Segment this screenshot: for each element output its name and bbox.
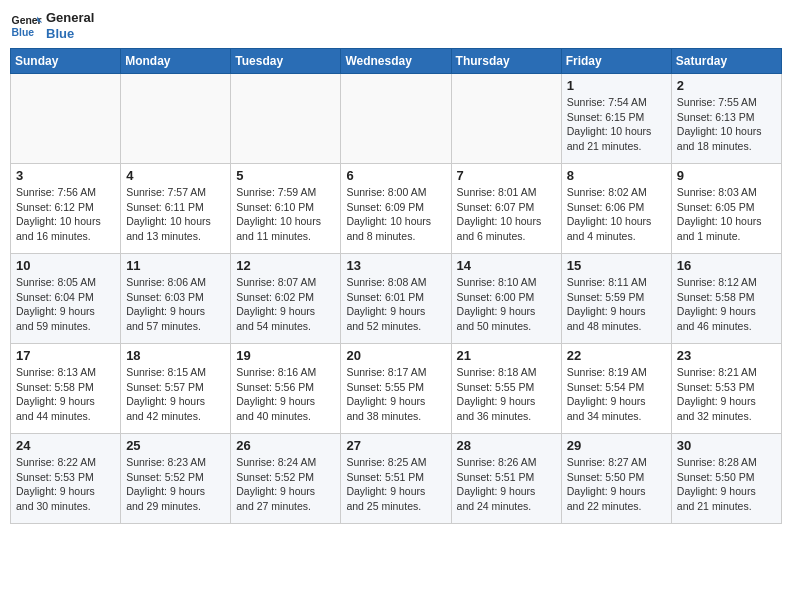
day-number: 27 — [346, 438, 445, 453]
day-info: Sunrise: 8:01 AM Sunset: 6:07 PM Dayligh… — [457, 185, 556, 244]
page-header: General Blue General Blue — [10, 10, 782, 42]
calendar-cell: 26Sunrise: 8:24 AM Sunset: 5:52 PM Dayli… — [231, 434, 341, 524]
day-info: Sunrise: 8:15 AM Sunset: 5:57 PM Dayligh… — [126, 365, 225, 424]
day-info: Sunrise: 8:19 AM Sunset: 5:54 PM Dayligh… — [567, 365, 666, 424]
day-number: 14 — [457, 258, 556, 273]
day-number: 12 — [236, 258, 335, 273]
weekday-header-thursday: Thursday — [451, 49, 561, 74]
svg-text:Blue: Blue — [12, 27, 35, 38]
day-number: 15 — [567, 258, 666, 273]
logo-line1: General — [46, 10, 94, 26]
day-info: Sunrise: 8:17 AM Sunset: 5:55 PM Dayligh… — [346, 365, 445, 424]
weekday-header-saturday: Saturday — [671, 49, 781, 74]
calendar-cell: 28Sunrise: 8:26 AM Sunset: 5:51 PM Dayli… — [451, 434, 561, 524]
calendar-cell — [121, 74, 231, 164]
day-number: 1 — [567, 78, 666, 93]
day-info: Sunrise: 8:18 AM Sunset: 5:55 PM Dayligh… — [457, 365, 556, 424]
calendar-cell: 9Sunrise: 8:03 AM Sunset: 6:05 PM Daylig… — [671, 164, 781, 254]
calendar-cell: 13Sunrise: 8:08 AM Sunset: 6:01 PM Dayli… — [341, 254, 451, 344]
day-info: Sunrise: 8:28 AM Sunset: 5:50 PM Dayligh… — [677, 455, 776, 514]
calendar-cell: 2Sunrise: 7:55 AM Sunset: 6:13 PM Daylig… — [671, 74, 781, 164]
calendar-cell: 30Sunrise: 8:28 AM Sunset: 5:50 PM Dayli… — [671, 434, 781, 524]
calendar-table: SundayMondayTuesdayWednesdayThursdayFrid… — [10, 48, 782, 524]
day-info: Sunrise: 8:24 AM Sunset: 5:52 PM Dayligh… — [236, 455, 335, 514]
calendar-cell: 18Sunrise: 8:15 AM Sunset: 5:57 PM Dayli… — [121, 344, 231, 434]
day-number: 19 — [236, 348, 335, 363]
weekday-header-friday: Friday — [561, 49, 671, 74]
day-info: Sunrise: 7:55 AM Sunset: 6:13 PM Dayligh… — [677, 95, 776, 154]
day-info: Sunrise: 8:12 AM Sunset: 5:58 PM Dayligh… — [677, 275, 776, 334]
calendar-cell: 10Sunrise: 8:05 AM Sunset: 6:04 PM Dayli… — [11, 254, 121, 344]
day-number: 7 — [457, 168, 556, 183]
day-number: 30 — [677, 438, 776, 453]
day-info: Sunrise: 8:00 AM Sunset: 6:09 PM Dayligh… — [346, 185, 445, 244]
calendar-header: SundayMondayTuesdayWednesdayThursdayFrid… — [11, 49, 782, 74]
day-number: 13 — [346, 258, 445, 273]
day-info: Sunrise: 7:59 AM Sunset: 6:10 PM Dayligh… — [236, 185, 335, 244]
day-info: Sunrise: 8:25 AM Sunset: 5:51 PM Dayligh… — [346, 455, 445, 514]
calendar-cell: 11Sunrise: 8:06 AM Sunset: 6:03 PM Dayli… — [121, 254, 231, 344]
day-number: 6 — [346, 168, 445, 183]
day-info: Sunrise: 8:11 AM Sunset: 5:59 PM Dayligh… — [567, 275, 666, 334]
day-number: 26 — [236, 438, 335, 453]
day-info: Sunrise: 8:16 AM Sunset: 5:56 PM Dayligh… — [236, 365, 335, 424]
day-number: 29 — [567, 438, 666, 453]
calendar-cell: 6Sunrise: 8:00 AM Sunset: 6:09 PM Daylig… — [341, 164, 451, 254]
calendar-cell — [341, 74, 451, 164]
day-number: 20 — [346, 348, 445, 363]
day-info: Sunrise: 8:07 AM Sunset: 6:02 PM Dayligh… — [236, 275, 335, 334]
weekday-header-tuesday: Tuesday — [231, 49, 341, 74]
day-info: Sunrise: 7:57 AM Sunset: 6:11 PM Dayligh… — [126, 185, 225, 244]
weekday-header-sunday: Sunday — [11, 49, 121, 74]
day-info: Sunrise: 8:02 AM Sunset: 6:06 PM Dayligh… — [567, 185, 666, 244]
day-info: Sunrise: 8:13 AM Sunset: 5:58 PM Dayligh… — [16, 365, 115, 424]
calendar-cell: 14Sunrise: 8:10 AM Sunset: 6:00 PM Dayli… — [451, 254, 561, 344]
day-number: 3 — [16, 168, 115, 183]
calendar-cell: 19Sunrise: 8:16 AM Sunset: 5:56 PM Dayli… — [231, 344, 341, 434]
day-info: Sunrise: 8:23 AM Sunset: 5:52 PM Dayligh… — [126, 455, 225, 514]
day-number: 8 — [567, 168, 666, 183]
weekday-header-row: SundayMondayTuesdayWednesdayThursdayFrid… — [11, 49, 782, 74]
day-number: 21 — [457, 348, 556, 363]
calendar-cell: 17Sunrise: 8:13 AM Sunset: 5:58 PM Dayli… — [11, 344, 121, 434]
day-number: 25 — [126, 438, 225, 453]
day-number: 24 — [16, 438, 115, 453]
calendar-cell — [451, 74, 561, 164]
calendar-week-1: 1Sunrise: 7:54 AM Sunset: 6:15 PM Daylig… — [11, 74, 782, 164]
day-number: 11 — [126, 258, 225, 273]
day-info: Sunrise: 8:10 AM Sunset: 6:00 PM Dayligh… — [457, 275, 556, 334]
logo-line2: Blue — [46, 26, 94, 42]
calendar-week-5: 24Sunrise: 8:22 AM Sunset: 5:53 PM Dayli… — [11, 434, 782, 524]
calendar-cell: 27Sunrise: 8:25 AM Sunset: 5:51 PM Dayli… — [341, 434, 451, 524]
day-info: Sunrise: 8:06 AM Sunset: 6:03 PM Dayligh… — [126, 275, 225, 334]
calendar-cell: 3Sunrise: 7:56 AM Sunset: 6:12 PM Daylig… — [11, 164, 121, 254]
calendar-cell: 15Sunrise: 8:11 AM Sunset: 5:59 PM Dayli… — [561, 254, 671, 344]
day-info: Sunrise: 8:26 AM Sunset: 5:51 PM Dayligh… — [457, 455, 556, 514]
day-number: 17 — [16, 348, 115, 363]
day-info: Sunrise: 8:27 AM Sunset: 5:50 PM Dayligh… — [567, 455, 666, 514]
calendar-cell: 22Sunrise: 8:19 AM Sunset: 5:54 PM Dayli… — [561, 344, 671, 434]
calendar-cell: 16Sunrise: 8:12 AM Sunset: 5:58 PM Dayli… — [671, 254, 781, 344]
calendar-cell: 5Sunrise: 7:59 AM Sunset: 6:10 PM Daylig… — [231, 164, 341, 254]
calendar-week-4: 17Sunrise: 8:13 AM Sunset: 5:58 PM Dayli… — [11, 344, 782, 434]
logo-icon: General Blue — [10, 10, 42, 42]
day-info: Sunrise: 8:21 AM Sunset: 5:53 PM Dayligh… — [677, 365, 776, 424]
calendar-cell: 23Sunrise: 8:21 AM Sunset: 5:53 PM Dayli… — [671, 344, 781, 434]
weekday-header-wednesday: Wednesday — [341, 49, 451, 74]
weekday-header-monday: Monday — [121, 49, 231, 74]
calendar-cell — [231, 74, 341, 164]
day-info: Sunrise: 8:03 AM Sunset: 6:05 PM Dayligh… — [677, 185, 776, 244]
day-number: 10 — [16, 258, 115, 273]
day-number: 5 — [236, 168, 335, 183]
day-number: 9 — [677, 168, 776, 183]
day-number: 22 — [567, 348, 666, 363]
calendar-cell: 1Sunrise: 7:54 AM Sunset: 6:15 PM Daylig… — [561, 74, 671, 164]
calendar-cell: 4Sunrise: 7:57 AM Sunset: 6:11 PM Daylig… — [121, 164, 231, 254]
calendar-cell — [11, 74, 121, 164]
calendar-week-2: 3Sunrise: 7:56 AM Sunset: 6:12 PM Daylig… — [11, 164, 782, 254]
day-number: 16 — [677, 258, 776, 273]
calendar-cell: 8Sunrise: 8:02 AM Sunset: 6:06 PM Daylig… — [561, 164, 671, 254]
calendar-cell: 24Sunrise: 8:22 AM Sunset: 5:53 PM Dayli… — [11, 434, 121, 524]
day-info: Sunrise: 8:08 AM Sunset: 6:01 PM Dayligh… — [346, 275, 445, 334]
calendar-week-3: 10Sunrise: 8:05 AM Sunset: 6:04 PM Dayli… — [11, 254, 782, 344]
